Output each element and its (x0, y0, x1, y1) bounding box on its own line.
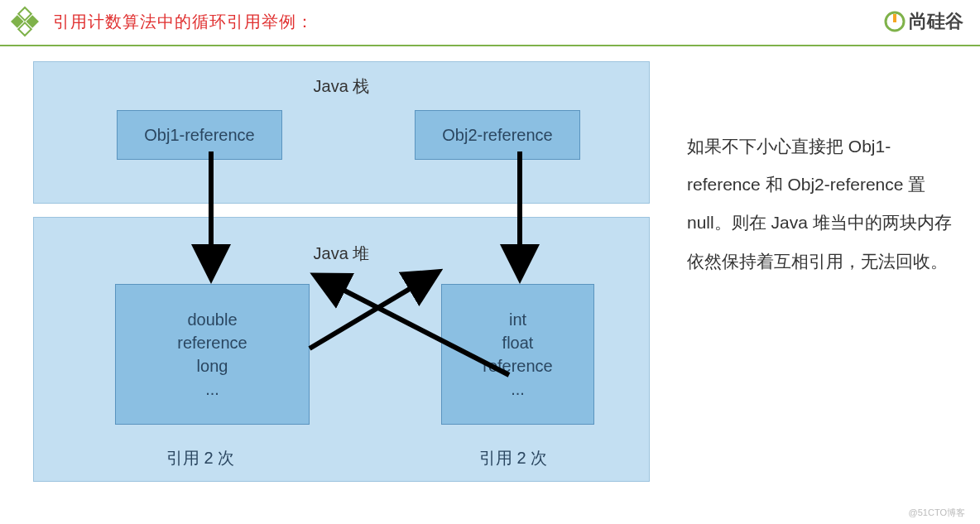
heap-label: Java 堆 (314, 243, 370, 265)
page-title: 引用计数算法中的循环引用举例： (53, 11, 314, 33)
stack-label: Java 栈 (42, 70, 641, 106)
java-heap-region: Java 堆 doublereferencelong... intfloatre… (33, 217, 650, 482)
obj2-label: Obj2-reference (442, 126, 552, 145)
diagram: Java 栈 Obj1-reference Obj2-reference Jav… (33, 61, 654, 482)
content-area: Java 栈 Obj1-reference Obj2-reference Jav… (0, 46, 980, 482)
java-stack-region: Java 栈 Obj1-reference Obj2-reference (33, 61, 650, 204)
obj2-reference-box: Obj2-reference (415, 110, 580, 160)
brand-name: 尚硅谷 (909, 9, 963, 34)
brand-icon (884, 11, 906, 32)
heap-block-right: intfloatreference... (441, 284, 594, 425)
header-bar: 引用计数算法中的循环引用举例： 尚硅谷 (0, 0, 980, 46)
diamond-icon (8, 5, 41, 38)
heap-block-left: doublereferencelong... (115, 284, 310, 425)
svg-rect-5 (893, 14, 896, 22)
obj1-reference-box: Obj1-reference (117, 110, 282, 160)
header-left: 引用计数算法中的循环引用举例： (8, 5, 314, 38)
explanation-text: 如果不下小心直接把 Obj1-reference 和 Obj2-referenc… (687, 61, 952, 482)
ref-count-left: 引用 2 次 (166, 447, 234, 469)
brand-logo: 尚硅谷 (884, 9, 963, 34)
obj1-label: Obj1-reference (144, 126, 254, 145)
heap-right-text: intfloatreference... (483, 308, 553, 401)
heap-left-text: doublereferencelong... (177, 308, 247, 401)
ref-count-right: 引用 2 次 (479, 447, 547, 469)
watermark: @51CTO博客 (909, 507, 965, 519)
